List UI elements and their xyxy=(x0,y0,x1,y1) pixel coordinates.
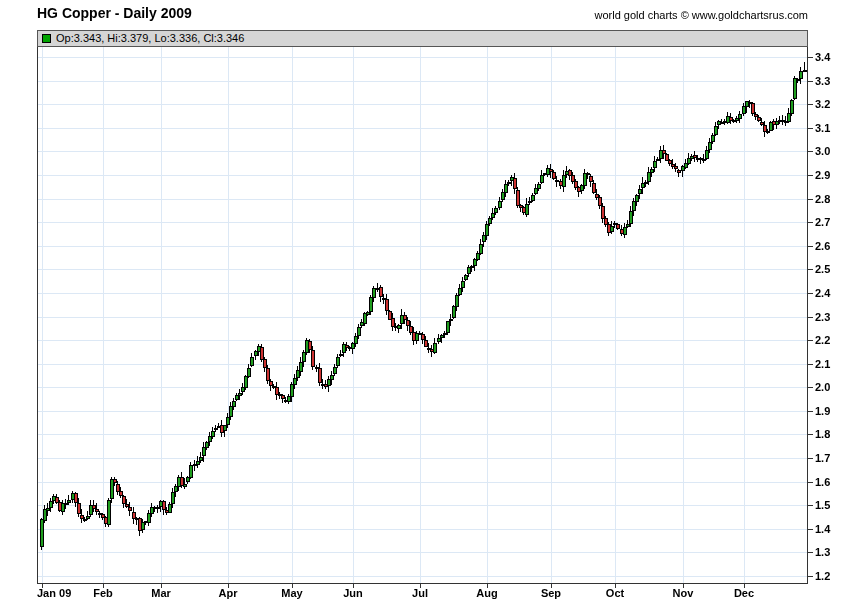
x-tick-label: May xyxy=(281,587,302,599)
y-tick-label: 1.7 xyxy=(815,452,830,464)
y-tick-label: 1.4 xyxy=(815,523,830,535)
x-tick-label: Aug xyxy=(476,587,497,599)
x-tick-label: Mar xyxy=(151,587,171,599)
x-tick-label: Feb xyxy=(93,587,113,599)
y-tick-label: 2.4 xyxy=(815,287,830,299)
y-tick-label: 1.2 xyxy=(815,570,830,582)
y-tick-label: 3.0 xyxy=(815,145,830,157)
x-tick-label: Sep xyxy=(541,587,561,599)
y-tick-label: 1.5 xyxy=(815,499,830,511)
y-tick-label: 2.8 xyxy=(815,193,830,205)
x-tick-label: Jun xyxy=(343,587,363,599)
x-tick-label: Dec xyxy=(734,587,754,599)
legend-bar: Op:3.343, Hi:3.379, Lo:3.336, Cl:3.346 xyxy=(37,30,808,47)
y-tick-label: 2.6 xyxy=(815,240,830,252)
y-tick-label: 1.8 xyxy=(815,428,830,440)
y-tick-label: 2.5 xyxy=(815,263,830,275)
x-tick-label: Jan 09 xyxy=(37,587,71,599)
page-title: HG Copper - Daily 2009 xyxy=(37,5,192,21)
x-tick-label: Jul xyxy=(412,587,428,599)
chart-page: HG Copper - Daily 2009 world gold charts… xyxy=(0,0,850,616)
y-tick-label: 2.7 xyxy=(815,216,830,228)
x-tick-label: Nov xyxy=(673,587,694,599)
x-tick-label: Apr xyxy=(219,587,238,599)
legend-swatch-icon xyxy=(42,34,51,43)
y-tick-label: 1.3 xyxy=(815,546,830,558)
y-tick-label: 1.6 xyxy=(815,476,830,488)
y-tick-label: 3.2 xyxy=(815,98,830,110)
y-tick-label: 3.3 xyxy=(815,75,830,87)
y-tick-label: 2.0 xyxy=(815,381,830,393)
y-tick-label: 2.1 xyxy=(815,358,830,370)
y-tick-label: 1.9 xyxy=(815,405,830,417)
x-tick-label: Oct xyxy=(606,587,624,599)
credit-text: world gold charts © www.goldchartsrus.co… xyxy=(594,9,808,21)
candlestick-chart-canvas xyxy=(0,0,850,616)
y-tick-label: 3.1 xyxy=(815,122,830,134)
legend-ohlc-text: Op:3.343, Hi:3.379, Lo:3.336, Cl:3.346 xyxy=(56,33,244,44)
y-tick-label: 2.3 xyxy=(815,311,830,323)
y-tick-label: 2.9 xyxy=(815,169,830,181)
y-tick-label: 2.2 xyxy=(815,334,830,346)
y-tick-label: 3.4 xyxy=(815,51,830,63)
